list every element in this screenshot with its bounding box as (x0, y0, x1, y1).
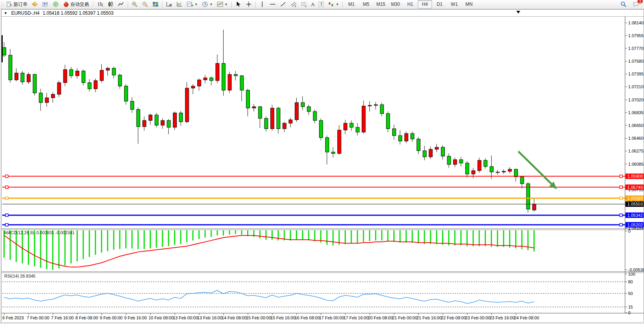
text-tool-button[interactable]: A (309, 0, 317, 9)
arrows-tool-button[interactable]: ▼ (326, 0, 341, 9)
time-axis-label[interactable]: 8 Feb 08:00 (75, 315, 98, 320)
price-axis-label[interactable]: 1.06460 (628, 136, 644, 141)
horizontal-line-tool-button[interactable] (268, 0, 278, 9)
price-axis-label[interactable]: 1.07395 (628, 72, 644, 76)
label-tool-button[interactable]: T (317, 0, 326, 9)
zoom-out-button[interactable] (140, 0, 150, 9)
timeframe-m15-button[interactable]: M15 (374, 0, 388, 9)
price-axis-label[interactable]: 1.07020 (628, 98, 644, 102)
indicators-menu-button[interactable]: ▼ (185, 0, 200, 9)
candle (447, 156, 451, 165)
rsi-axis-label[interactable]: 50 (628, 291, 633, 296)
toolbar-separator (231, 1, 232, 8)
rsi-axis-label[interactable]: 100 (628, 272, 635, 276)
chart-window[interactable]: ▼ EURUSD-,H4 1.05416 1.05592 1.05397 1.0… (1, 9, 644, 322)
toolbar-grip[interactable] (1, 1, 3, 7)
candlestick-mode-button[interactable] (106, 0, 116, 9)
timeframe-m30-button[interactable]: M30 (388, 0, 403, 9)
auto-trading-button[interactable]: 自动交易 (61, 0, 91, 9)
line-chart-mode-button[interactable] (116, 0, 126, 9)
price-axis-label[interactable]: 1.07580 (628, 59, 644, 63)
price-axis-label[interactable]: 1.06835 (628, 110, 644, 115)
candle (9, 55, 12, 80)
time-axis-label[interactable]: 17 Feb 00:00 (319, 315, 344, 320)
chart-canvas[interactable]: 1.081401.079551.077701.075801.073951.072… (2, 10, 644, 322)
one-click-trading-toggle[interactable]: ▼ (4, 11, 7, 15)
time-axis-label[interactable]: 23 Feb 16:00 (490, 315, 515, 320)
search-button[interactable] (618, 0, 629, 9)
signals-button[interactable] (51, 0, 61, 9)
time-axis-label[interactable]: 24 Feb 08:00 (514, 315, 539, 320)
timeframe-d1-button[interactable]: D1 (432, 0, 447, 9)
accounts-button[interactable] (40, 0, 50, 9)
time-axis-label[interactable]: 9 Feb 16:00 (124, 315, 147, 320)
line-anchor-handle[interactable] (5, 223, 8, 226)
toolbar-separator (255, 1, 256, 8)
search-icon (620, 1, 627, 7)
time-axis-label[interactable]: 9 Feb 00:00 (100, 315, 123, 320)
fibonacci-tool-button[interactable]: F (299, 0, 309, 9)
timeframe-h4-button[interactable]: H4 (418, 0, 432, 9)
line-anchor-handle[interactable] (620, 223, 622, 226)
price-axis-label[interactable]: 1.07210 (628, 84, 644, 89)
price-axis-label[interactable]: 1.06085 (628, 162, 644, 166)
rsi-axis-label[interactable]: 15 (628, 305, 633, 309)
time-axis-label[interactable]: 21 Feb 00:00 (392, 315, 417, 320)
time-axis-label[interactable]: 23 Feb 00:00 (465, 315, 490, 320)
notifications-button[interactable]: 1 (631, 0, 641, 9)
line-anchor-handle[interactable] (5, 186, 8, 189)
line-anchor-handle[interactable] (5, 214, 8, 216)
channel-tool-button[interactable]: E (289, 0, 299, 9)
timeframe-mn-button[interactable]: MN (462, 0, 476, 9)
time-axis-label[interactable]: 16 Feb 08:00 (295, 315, 320, 320)
price-axis-label[interactable]: 1.06275 (628, 149, 644, 153)
macd-axis-label[interactable]: 0 (628, 229, 630, 233)
line-anchor-handle[interactable] (5, 197, 8, 200)
templates-menu-button[interactable]: ▼ (215, 0, 230, 9)
timeframe-m5-button[interactable]: M5 (359, 0, 373, 9)
timeframe-h1-button[interactable]: H1 (403, 0, 417, 9)
time-axis-label[interactable]: 20 Feb 08:00 (368, 315, 393, 320)
line-anchor-handle[interactable] (5, 175, 8, 178)
timeframe-m1-button[interactable]: M1 (344, 0, 359, 9)
time-axis-label[interactable]: 17 Feb 16:00 (343, 315, 369, 320)
time-axis-label[interactable]: 10 Feb 08:00 (149, 315, 174, 320)
chart-shift-marker[interactable] (516, 11, 520, 14)
rsi-axis-label[interactable]: 80 (628, 279, 633, 284)
price-axis-label[interactable]: 1.06650 (628, 123, 644, 128)
toolbar-grip[interactable] (92, 1, 94, 7)
time-axis-label[interactable]: 7 Feb 16:00 (51, 315, 74, 320)
chart-shift-button[interactable] (174, 0, 184, 9)
time-axis-label[interactable]: 6 Feb 2023 (2, 315, 24, 320)
price-axis-label[interactable]: 1.08140 (628, 21, 644, 25)
crosshair-tool-button[interactable] (244, 0, 254, 9)
time-axis-label[interactable]: 15 Feb 16:00 (270, 315, 296, 320)
bar-chart-mode-button[interactable] (95, 0, 105, 9)
time-axis-label[interactable]: 22 Feb 08:00 (441, 315, 466, 320)
line-anchor-handle[interactable] (620, 186, 622, 189)
time-axis-label[interactable]: 21 Feb 16:00 (417, 315, 442, 320)
market-watch-button[interactable] (30, 0, 40, 9)
time-axis-label[interactable]: 7 Feb 00:00 (27, 315, 50, 320)
trendline-tool-button[interactable] (278, 0, 288, 9)
zoom-in-button[interactable] (130, 0, 140, 9)
auto-scroll-button[interactable] (164, 0, 174, 9)
rsi-axis-label[interactable]: 0 (628, 310, 630, 315)
time-axis-label[interactable]: 15 Feb 00:00 (246, 315, 271, 320)
timeframe-w1-button[interactable]: W1 (447, 0, 461, 9)
price-axis-label[interactable]: 1.07770 (628, 46, 644, 51)
time-axis-label[interactable]: 14 Feb 08:00 (222, 315, 247, 320)
line-anchor-handle[interactable] (620, 214, 622, 216)
line-anchor-handle[interactable] (620, 175, 622, 178)
channel-letter: E (295, 5, 296, 7)
tile-windows-button[interactable] (150, 0, 161, 9)
bid-price-label: 1.05503 (627, 202, 643, 206)
time-axis-label[interactable]: 13 Feb 16:00 (197, 315, 222, 320)
time-axis-label[interactable]: 13 Feb 00:00 (173, 315, 198, 320)
new-order-button[interactable]: 新订单 (4, 0, 29, 9)
line-anchor-handle[interactable] (620, 197, 622, 200)
cursor-tool-button[interactable] (233, 0, 243, 9)
price-axis-label[interactable]: 1.07955 (628, 33, 644, 38)
periods-menu-button[interactable]: ▼ (200, 0, 215, 9)
vertical-line-tool-button[interactable] (257, 0, 267, 9)
